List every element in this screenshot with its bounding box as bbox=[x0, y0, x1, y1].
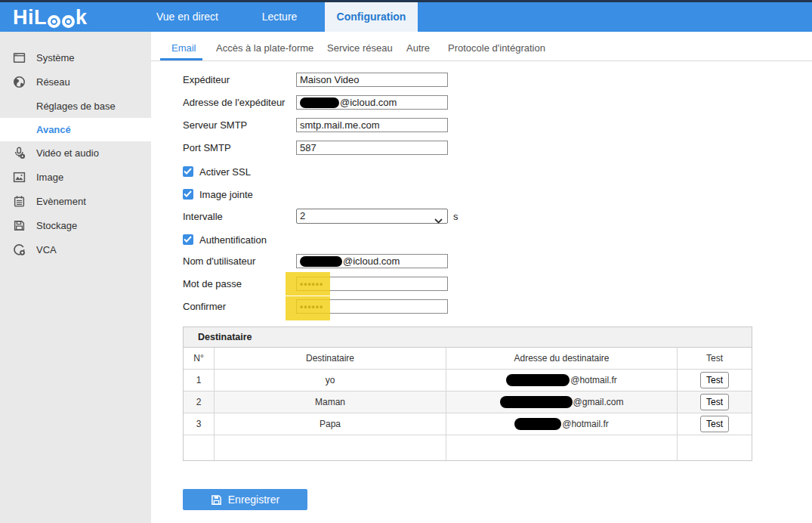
username-input[interactable]: @icloud.com bbox=[296, 254, 448, 268]
test-button[interactable]: Test bbox=[700, 416, 729, 432]
row-recipient-address: @hotmail.fr bbox=[446, 413, 678, 435]
empty-row-cell bbox=[446, 435, 678, 460]
save-icon bbox=[211, 494, 222, 506]
column-header-address: Adresse du destinataire bbox=[446, 348, 678, 370]
row-num: 3 bbox=[184, 413, 215, 435]
sidebar-item-advanced[interactable]: Avancé bbox=[0, 118, 151, 141]
sidebar-item-label: Image bbox=[36, 166, 63, 189]
nav-configuration[interactable]: Configuration bbox=[325, 2, 418, 32]
column-header-num: N° bbox=[184, 348, 215, 370]
logo-text-suffix: k bbox=[76, 6, 88, 29]
test-button[interactable]: Test bbox=[700, 372, 729, 388]
row-recipient-name: Papa bbox=[215, 413, 446, 435]
redacted-email-user bbox=[500, 396, 573, 408]
row-recipient-address: @gmail.com bbox=[446, 391, 678, 413]
recipients-table: N° Destinataire Adresse du destinataire … bbox=[183, 348, 752, 461]
sidebar-item-label: Avancé bbox=[36, 118, 71, 141]
interval-unit: s bbox=[453, 211, 458, 222]
row-num: 2 bbox=[184, 391, 215, 413]
window-icon bbox=[13, 51, 26, 64]
sidebar-item-vca[interactable]: VCA bbox=[0, 238, 151, 262]
ssl-label: Activer SSL bbox=[199, 166, 251, 178]
username-label: Nom d'utilisateur bbox=[183, 255, 255, 267]
vca-icon bbox=[13, 243, 26, 256]
topbar: HiLk Vue en direct Lecture Configuration bbox=[0, 2, 812, 32]
highlight-annotation bbox=[286, 296, 330, 320]
storage-icon bbox=[13, 219, 26, 232]
authentication-label: Authentification bbox=[199, 234, 267, 246]
column-header-recipient: Destinataire bbox=[215, 348, 446, 370]
recipients-section-header: Destinataire bbox=[183, 326, 752, 348]
redacted-email-user bbox=[514, 418, 561, 430]
globe-icon bbox=[13, 76, 26, 88]
tab-other[interactable]: Autre bbox=[406, 42, 430, 54]
save-button[interactable]: Enregistrer bbox=[183, 489, 307, 510]
hilook-logo: HiLk bbox=[13, 6, 88, 29]
nav-playback[interactable]: Lecture bbox=[246, 2, 313, 32]
tab-integration-protocol[interactable]: Protocole d'intégration bbox=[448, 42, 545, 54]
smtp-server-input[interactable]: smtp.mail.me.com bbox=[296, 118, 448, 132]
sidebar-item-basic-settings[interactable]: Réglages de base bbox=[0, 94, 151, 118]
sender-address-input[interactable]: @icloud.com bbox=[296, 95, 448, 110]
tab-email[interactable]: Email bbox=[171, 42, 196, 54]
row-test-cell: Test bbox=[678, 370, 752, 391]
column-header-test: Test bbox=[678, 348, 752, 370]
attached-image-checkbox[interactable] bbox=[183, 189, 193, 200]
tab-separator bbox=[151, 60, 812, 61]
lens-icon bbox=[48, 15, 60, 28]
interval-label: Intervalle bbox=[183, 211, 223, 222]
sidebar-item-label: Evènement bbox=[36, 190, 86, 213]
row-test-cell: Test bbox=[678, 391, 752, 413]
redacted-email-user bbox=[300, 256, 342, 267]
test-button[interactable]: Test bbox=[700, 394, 729, 410]
authentication-checkbox[interactable] bbox=[183, 234, 193, 245]
sidebar-item-image[interactable]: Image bbox=[0, 166, 151, 189]
nav-live-view[interactable]: Vue en direct bbox=[148, 2, 227, 32]
lens-icon bbox=[62, 15, 75, 28]
sender-address-label: Adresse de l'expéditeur bbox=[183, 97, 285, 108]
row-test-cell: Test bbox=[678, 413, 752, 435]
event-icon bbox=[13, 195, 26, 208]
empty-row-cell bbox=[678, 435, 752, 460]
empty-row-cell bbox=[215, 435, 446, 460]
sidebar-item-label: Stockage bbox=[36, 214, 77, 237]
logo-text-prefix: HiL bbox=[13, 6, 47, 29]
sidebar-item-video-audio[interactable]: Vidéo et audio bbox=[0, 141, 151, 165]
sidebar-item-label: Réglages de base bbox=[36, 94, 116, 118]
image-icon bbox=[13, 171, 26, 184]
row-num: 1 bbox=[184, 370, 215, 391]
smtp-port-label: Port SMTP bbox=[183, 142, 231, 153]
sidebar-item-system[interactable]: Système bbox=[0, 46, 151, 70]
sidebar-item-label: VCA bbox=[36, 238, 57, 262]
row-recipient-address: @hotmail.fr bbox=[446, 370, 678, 391]
row-recipient-name: Maman bbox=[215, 391, 446, 413]
empty-row-cell bbox=[184, 435, 215, 460]
redacted-email-user bbox=[506, 374, 570, 386]
row-recipient-name: yo bbox=[215, 370, 446, 391]
hilook-configuration-page: HiLk Vue en direct Lecture Configuration… bbox=[0, 0, 812, 523]
smtp-server-label: Serveur SMTP bbox=[183, 119, 247, 131]
confirm-password-label: Confirmer bbox=[183, 301, 226, 312]
sender-label: Expéditeur bbox=[183, 74, 230, 85]
sender-input[interactable]: Maison Video bbox=[296, 73, 448, 87]
smtp-port-input[interactable]: 587 bbox=[296, 141, 448, 155]
highlight-annotation bbox=[286, 272, 330, 296]
password-label: Mot de passe bbox=[183, 278, 242, 289]
sidebar-item-label: Système bbox=[36, 46, 75, 70]
chevron-down-icon bbox=[434, 214, 443, 227]
ssl-checkbox[interactable] bbox=[183, 166, 193, 177]
sidebar-item-storage[interactable]: Stockage bbox=[0, 214, 151, 237]
tab-platform-access[interactable]: Accès à la plate-forme bbox=[216, 42, 313, 54]
interval-select[interactable]: 2 bbox=[296, 209, 448, 224]
sidebar: Système Réseau Réglages de base Avancé V… bbox=[0, 32, 151, 523]
sidebar-item-event[interactable]: Evènement bbox=[0, 190, 151, 213]
sidebar-item-label: Vidéo et audio bbox=[36, 141, 99, 165]
tab-network-service[interactable]: Service réseau bbox=[327, 42, 393, 54]
microphone-icon bbox=[13, 147, 26, 159]
sidebar-item-network[interactable]: Réseau bbox=[0, 70, 151, 94]
redacted-email-user bbox=[300, 97, 339, 108]
attached-image-label: Image jointe bbox=[199, 189, 253, 200]
sidebar-item-label: Réseau bbox=[36, 70, 70, 94]
